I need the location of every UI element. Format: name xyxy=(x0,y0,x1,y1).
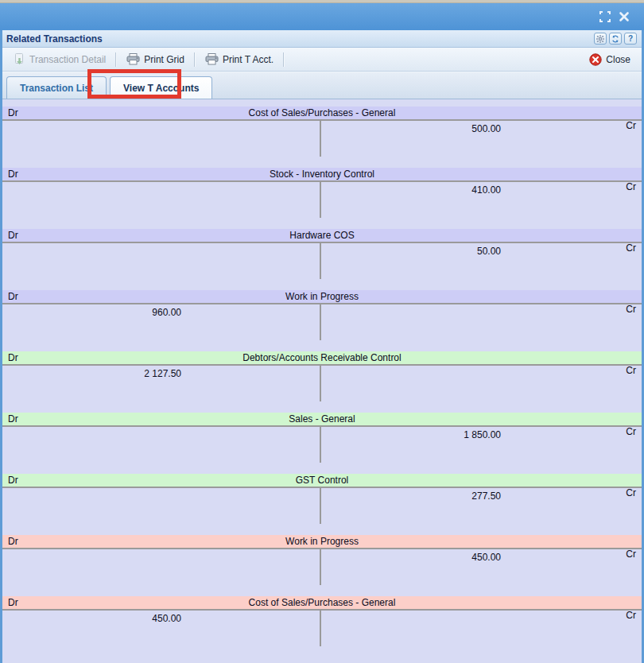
account-name: Debtors/Accounts Receivable Control xyxy=(2,351,642,364)
t-account-body: 450.00 xyxy=(2,611,642,657)
dialog-title: Related Transactions xyxy=(6,33,592,45)
close-red-icon xyxy=(589,53,602,66)
t-account-header: Dr Hardware COS Cr xyxy=(2,229,642,242)
tab-transaction-list[interactable]: Transaction List xyxy=(6,76,107,99)
t-divider xyxy=(320,488,321,524)
tab-label: Transaction List xyxy=(20,83,93,94)
window-titlebar xyxy=(0,3,644,30)
printer-icon xyxy=(126,53,140,65)
t-account-section: Dr Work in Progress Cr 960.00 xyxy=(2,290,642,351)
t-accounts-panel: Dr Cost of Sales/Purchases - General Cr … xyxy=(2,99,642,663)
t-account-header: Dr Cost of Sales/Purchases - General Cr xyxy=(2,596,642,609)
t-divider xyxy=(320,182,321,218)
gear-icon xyxy=(596,35,604,43)
t-divider xyxy=(320,304,321,340)
t-account-section: Dr GST Control Cr 277.50 xyxy=(2,474,642,535)
credit-amount: 277.50 xyxy=(322,490,501,502)
debit-amount: 960.00 xyxy=(2,306,181,319)
print-t-acct-label: Print T Acct. xyxy=(223,54,274,65)
t-account-header: Dr Work in Progress Cr xyxy=(2,290,642,303)
t-account-section: Dr Cost of Sales/Purchases - General Cr … xyxy=(2,596,642,657)
credit-amount: 50.00 xyxy=(322,245,501,258)
t-account-body: 277.50 xyxy=(2,488,642,535)
dr-label: Dr xyxy=(8,229,18,242)
tab-view-t-accounts[interactable]: View T Accounts xyxy=(110,76,212,99)
account-name: Cost of Sales/Purchases - General xyxy=(2,107,642,119)
account-name: GST Control xyxy=(2,474,642,487)
credit-amount: 1 850.00 xyxy=(322,428,501,441)
dialog-frame: Related Transactions xyxy=(0,30,644,663)
account-name: Work in Progress xyxy=(2,290,642,303)
refresh-icon xyxy=(611,35,619,43)
dialog-header: Related Transactions xyxy=(2,30,642,48)
refresh-button[interactable] xyxy=(609,33,622,45)
transaction-detail-button[interactable]: Transaction Detail xyxy=(9,52,111,67)
t-account-body: 500.00 xyxy=(2,121,642,168)
related-transactions-window: Related Transactions xyxy=(0,0,644,663)
close-button[interactable]: Close xyxy=(584,52,635,68)
account-name: Cost of Sales/Purchases - General xyxy=(2,596,642,609)
credit-amount: 450.00 xyxy=(322,551,501,564)
t-account-section: Dr Debtors/Accounts Receivable Control C… xyxy=(2,351,642,413)
account-name: Sales - General xyxy=(2,413,642,425)
toolbar-separator xyxy=(283,52,285,67)
dr-label: Dr xyxy=(8,596,18,609)
dr-label: Dr xyxy=(8,168,18,180)
dr-label: Dr xyxy=(8,535,18,548)
dr-label: Dr xyxy=(8,413,18,425)
print-t-acct-button[interactable]: Print T Acct. xyxy=(200,52,278,67)
t-account-body: 2 127.50 xyxy=(2,366,642,413)
account-name: Hardware COS xyxy=(2,229,642,242)
account-name: Work in Progress xyxy=(2,535,642,548)
t-account-section: Dr Stock - Inventory Control Cr 410.00 xyxy=(2,168,642,229)
t-account-header: Dr Debtors/Accounts Receivable Control C… xyxy=(2,351,642,364)
toolbar-separator xyxy=(115,52,117,67)
t-account-section: Dr Cost of Sales/Purchases - General Cr … xyxy=(2,107,642,168)
t-account-header: Dr Work in Progress Cr xyxy=(2,535,642,548)
t-account-section: Dr Work in Progress Cr 450.00 xyxy=(2,535,642,596)
t-account-body: 960.00 xyxy=(2,304,642,351)
t-account-header: Dr Cost of Sales/Purchases - General Cr xyxy=(2,107,642,119)
credit-amount: 500.00 xyxy=(322,122,501,135)
toolbar: Transaction Detail Print Grid xyxy=(2,48,642,72)
t-account-section: Dr Sales - General Cr 1 850.00 xyxy=(2,413,642,474)
tab-label: View T Accounts xyxy=(123,83,199,94)
close-label: Close xyxy=(606,54,630,65)
debit-amount: 450.00 xyxy=(2,612,181,625)
debit-amount: 2 127.50 xyxy=(2,367,181,380)
maximize-icon[interactable] xyxy=(599,11,611,22)
credit-amount: 410.00 xyxy=(322,184,501,196)
transaction-detail-icon xyxy=(14,53,25,65)
help-button[interactable]: ? xyxy=(624,33,637,45)
t-account-header: Dr Stock - Inventory Control Cr xyxy=(2,168,642,180)
t-account-body: 410.00 xyxy=(2,182,642,229)
dr-label: Dr xyxy=(8,290,18,303)
dr-label: Dr xyxy=(8,107,18,119)
t-account-body: 450.00 xyxy=(2,549,642,596)
t-divider xyxy=(320,611,321,646)
help-icon: ? xyxy=(628,35,633,43)
settings-button[interactable] xyxy=(594,33,607,45)
t-divider xyxy=(320,549,321,585)
t-divider xyxy=(320,366,321,401)
close-icon[interactable] xyxy=(619,11,630,22)
t-account-section: Dr Hardware COS Cr 50.00 xyxy=(2,229,642,290)
t-account-header: Dr GST Control Cr xyxy=(2,474,642,487)
toolbar-separator xyxy=(194,52,196,67)
print-grid-label: Print Grid xyxy=(144,54,184,65)
dr-label: Dr xyxy=(8,474,18,487)
dr-label: Dr xyxy=(8,351,18,364)
t-divider xyxy=(320,243,321,279)
t-account-body: 50.00 xyxy=(2,243,642,290)
t-divider xyxy=(320,121,321,157)
t-divider xyxy=(320,427,321,463)
printer-icon xyxy=(205,53,219,65)
t-account-header: Dr Sales - General Cr xyxy=(2,413,642,425)
transaction-detail-label: Transaction Detail xyxy=(29,54,106,65)
account-name: Stock - Inventory Control xyxy=(2,168,642,180)
tab-bar: Transaction List View T Accounts xyxy=(2,72,642,99)
print-grid-button[interactable]: Print Grid xyxy=(122,52,189,67)
t-account-body: 1 850.00 xyxy=(2,427,642,474)
